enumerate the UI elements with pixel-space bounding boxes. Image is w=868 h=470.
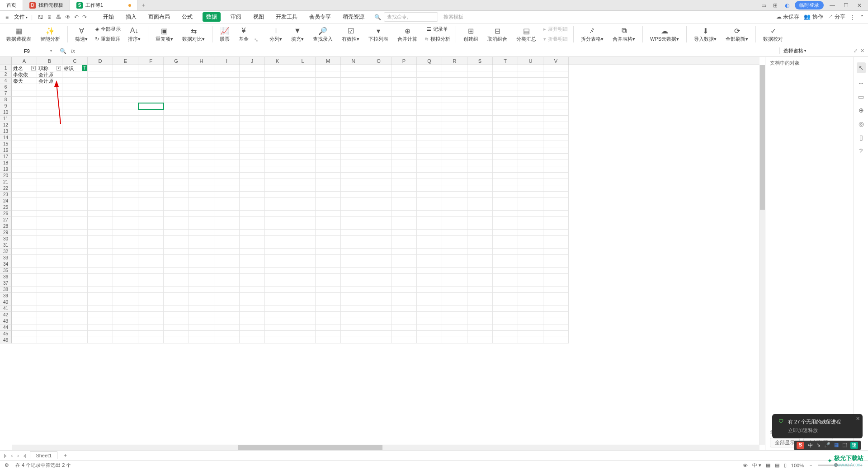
- cell[interactable]: [214, 192, 240, 198]
- cell[interactable]: [493, 147, 518, 154]
- cell[interactable]: [88, 223, 113, 230]
- cell[interactable]: [442, 312, 467, 318]
- cell[interactable]: [392, 160, 417, 166]
- row-header[interactable]: 42: [0, 312, 12, 318]
- cell[interactable]: [543, 160, 569, 166]
- cell[interactable]: [62, 249, 88, 255]
- cell[interactable]: 职称▾: [37, 65, 62, 71]
- cell[interactable]: [88, 122, 113, 128]
- cell[interactable]: [37, 192, 62, 198]
- cell[interactable]: [240, 147, 265, 154]
- cell[interactable]: [189, 337, 214, 343]
- cell[interactable]: [392, 173, 417, 179]
- row-header[interactable]: 44: [0, 324, 12, 331]
- cell[interactable]: [265, 141, 290, 147]
- tab-workbook[interactable]: S 工作簿1: [70, 0, 138, 10]
- cell[interactable]: [392, 318, 417, 324]
- cell[interactable]: [189, 331, 214, 337]
- showall-button[interactable]: ◈全部显示: [93, 25, 123, 34]
- cell[interactable]: [417, 287, 442, 293]
- cell[interactable]: [316, 154, 341, 160]
- cell[interactable]: [113, 198, 138, 204]
- cell[interactable]: [214, 90, 240, 97]
- cell[interactable]: [138, 204, 164, 211]
- cell[interactable]: [290, 306, 316, 312]
- tab-formula[interactable]: 公式: [180, 12, 194, 22]
- cell[interactable]: [392, 198, 417, 204]
- cell[interactable]: [88, 147, 113, 154]
- vertical-scrollbar[interactable]: [760, 65, 765, 445]
- cell[interactable]: [366, 192, 392, 198]
- cell[interactable]: [442, 135, 467, 141]
- cell[interactable]: [88, 97, 113, 103]
- cell[interactable]: [189, 324, 214, 331]
- cell[interactable]: [265, 255, 290, 261]
- cell[interactable]: [88, 318, 113, 324]
- cell[interactable]: [417, 97, 442, 103]
- cell[interactable]: [189, 116, 214, 122]
- cell[interactable]: [265, 173, 290, 179]
- row-header[interactable]: 1: [0, 65, 12, 71]
- cell[interactable]: [113, 71, 138, 78]
- cell[interactable]: [12, 204, 37, 211]
- cell[interactable]: [138, 166, 164, 173]
- cell[interactable]: [88, 255, 113, 261]
- cell[interactable]: [392, 204, 417, 211]
- cell[interactable]: [467, 318, 493, 324]
- cell[interactable]: [214, 337, 240, 343]
- cell[interactable]: [164, 97, 189, 103]
- cell[interactable]: [467, 293, 493, 299]
- cell[interactable]: [467, 306, 493, 312]
- cell[interactable]: [518, 306, 543, 312]
- select-tool-icon[interactable]: ↖: [857, 62, 866, 73]
- cell[interactable]: [138, 173, 164, 179]
- cell[interactable]: [12, 179, 37, 185]
- cell[interactable]: [265, 122, 290, 128]
- cell[interactable]: [189, 179, 214, 185]
- cell[interactable]: [113, 122, 138, 128]
- cell[interactable]: [113, 255, 138, 261]
- cell[interactable]: [88, 242, 113, 249]
- cell[interactable]: [240, 179, 265, 185]
- sheet-area[interactable]: ABCDEFGHIJKLMNOPQRSTUV 1姓名▾职称▾标识T2李依依会计师…: [0, 57, 765, 450]
- cell[interactable]: [442, 268, 467, 274]
- cell[interactable]: [37, 331, 62, 337]
- cell[interactable]: [366, 280, 392, 287]
- cell[interactable]: [493, 154, 518, 160]
- cell[interactable]: [37, 299, 62, 306]
- sheet-first-icon[interactable]: |‹: [3, 453, 8, 458]
- cell[interactable]: [442, 78, 467, 84]
- row-header[interactable]: 36: [0, 274, 12, 280]
- cell[interactable]: [518, 293, 543, 299]
- cell[interactable]: [493, 128, 518, 135]
- cell[interactable]: [138, 274, 164, 280]
- cell[interactable]: 会计师: [37, 78, 62, 84]
- cell[interactable]: [316, 249, 341, 255]
- row-header[interactable]: 11: [0, 116, 12, 122]
- cell[interactable]: [189, 90, 214, 97]
- row-header[interactable]: 16: [0, 147, 12, 154]
- cell[interactable]: [316, 198, 341, 204]
- cell[interactable]: [37, 90, 62, 97]
- cell[interactable]: [164, 236, 189, 242]
- cell[interactable]: [12, 160, 37, 166]
- cell[interactable]: [467, 223, 493, 230]
- cell[interactable]: [164, 306, 189, 312]
- cell[interactable]: [37, 255, 62, 261]
- cell[interactable]: [290, 249, 316, 255]
- cell[interactable]: [417, 116, 442, 122]
- cell[interactable]: [37, 154, 62, 160]
- cell[interactable]: [417, 65, 442, 71]
- cell[interactable]: [518, 160, 543, 166]
- cell[interactable]: [240, 166, 265, 173]
- cell[interactable]: [518, 249, 543, 255]
- cell[interactable]: [442, 173, 467, 179]
- cell[interactable]: [214, 306, 240, 312]
- cell[interactable]: [366, 90, 392, 97]
- cell[interactable]: [37, 109, 62, 116]
- cell[interactable]: [189, 135, 214, 141]
- cell[interactable]: [138, 324, 164, 331]
- cell[interactable]: [493, 198, 518, 204]
- cell[interactable]: [240, 90, 265, 97]
- split-button[interactable]: ⫴分列▾: [266, 24, 286, 44]
